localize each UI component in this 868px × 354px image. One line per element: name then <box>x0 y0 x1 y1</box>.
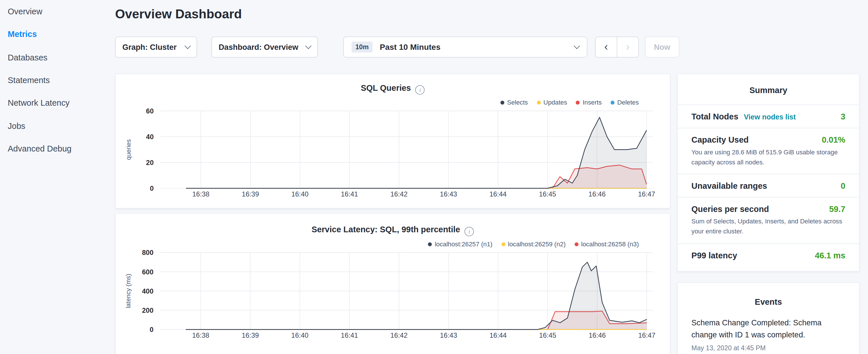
stat-label: Total Nodes <box>691 112 739 121</box>
svg-text:16:44: 16:44 <box>490 331 507 339</box>
stat-value: 3 <box>841 112 845 121</box>
svg-text:400: 400 <box>142 287 154 295</box>
chart-title: Service Latency: SQL, 99th percentilei <box>116 225 670 236</box>
time-back-button[interactable]: ‹ <box>595 36 617 57</box>
time-range-label: Past 10 Minutes <box>380 43 440 52</box>
sidebar-item-metrics[interactable]: Metrics <box>0 23 108 46</box>
legend-label: Updates <box>543 99 567 106</box>
svg-text:60: 60 <box>146 107 154 115</box>
graph-dropdown[interactable]: Graph: Cluster <box>115 36 197 57</box>
summary-row-total-nodes: Total Nodes View nodes list 3 <box>678 104 859 128</box>
chevron-down-icon <box>305 43 311 49</box>
summary-panel: Summary Total Nodes View nodes list 3 Ca… <box>677 74 860 272</box>
chevron-down-icon <box>185 43 191 49</box>
legend-item[interactable]: localhost:26258 (n3) <box>575 240 639 247</box>
svg-text:16:42: 16:42 <box>390 331 407 339</box>
svg-text:16:45: 16:45 <box>539 190 556 198</box>
svg-text:16:40: 16:40 <box>291 190 309 198</box>
sidebar-item-databases[interactable]: Databases <box>0 46 108 69</box>
chart-legend: SelectsUpdatesInsertsDeletes <box>500 99 639 106</box>
chevron-right-icon: › <box>626 40 629 52</box>
chart-legend: localhost:26257 (n1)localhost:26259 (n2)… <box>428 240 639 247</box>
sidebar-item-jobs[interactable]: Jobs <box>0 114 108 137</box>
legend-label: localhost:26257 (n1) <box>435 240 492 247</box>
legend-dot-icon <box>537 100 541 104</box>
svg-text:16:41: 16:41 <box>341 331 358 339</box>
events-title: Events <box>678 283 859 307</box>
summary-row-p99-latency: P99 latency 46.1 ms <box>678 243 859 266</box>
sidebar-item-advanced-debug[interactable]: Advanced Debug <box>0 137 108 160</box>
metrics-page: Overview Metrics Databases Statements Ne… <box>0 0 868 354</box>
svg-text:16:38: 16:38 <box>192 190 210 198</box>
legend-dot-icon <box>575 242 579 246</box>
graph-dropdown-label: Graph: Cluster <box>122 43 177 52</box>
stat-label: Capacity Used <box>691 135 749 144</box>
view-nodes-link[interactable]: View nodes list <box>744 113 796 121</box>
stat-value: 59.7 <box>829 204 845 214</box>
legend-item[interactable]: Updates <box>537 99 567 106</box>
svg-text:800: 800 <box>142 249 154 256</box>
stat-value: 0.01% <box>822 135 845 144</box>
svg-text:16:43: 16:43 <box>440 190 457 198</box>
service-latency-chart-card: Service Latency: SQL, 99th percentilei l… <box>115 213 671 354</box>
chevron-down-icon <box>574 43 580 49</box>
svg-text:20: 20 <box>146 159 154 166</box>
stat-value: 0 <box>841 181 845 190</box>
stat-description: You are using 28.6 MiB of 515.9 GiB usab… <box>691 147 845 167</box>
legend-dot-icon <box>428 242 432 246</box>
svg-text:16:40: 16:40 <box>291 331 308 339</box>
info-icon[interactable]: i <box>415 85 425 95</box>
sidebar-item-statements[interactable]: Statements <box>0 68 108 91</box>
svg-text:16:47: 16:47 <box>638 190 655 198</box>
svg-text:16:43: 16:43 <box>440 331 457 339</box>
now-button[interactable]: Now <box>645 36 679 57</box>
legend-dot-icon <box>500 100 504 104</box>
summary-row-capacity-used: Capacity Used 0.01% You are using 28.6 M… <box>678 128 859 174</box>
summary-row-unavailable-ranges: Unavailable ranges 0 <box>678 174 859 197</box>
sidebar-item-network-latency[interactable]: Network Latency <box>0 91 108 114</box>
time-range-picker[interactable]: 10m Past 10 Minutes <box>343 36 587 57</box>
legend-item[interactable]: Selects <box>500 99 528 106</box>
legend-label: Inserts <box>583 99 602 106</box>
svg-text:16:38: 16:38 <box>192 331 209 339</box>
svg-text:16:39: 16:39 <box>242 331 259 339</box>
svg-text:16:47: 16:47 <box>638 331 655 339</box>
page-title: Overview Dashboard <box>115 7 242 22</box>
svg-text:0: 0 <box>150 326 153 333</box>
sidebar: Overview Metrics Databases Statements Ne… <box>0 0 108 160</box>
time-forward-button[interactable]: › <box>617 36 639 57</box>
legend-label: Deletes <box>617 99 639 106</box>
svg-text:16:39: 16:39 <box>242 190 259 198</box>
event-timestamp: May 13, 2020 at 4:45 PM <box>678 344 859 352</box>
legend-item[interactable]: Inserts <box>576 99 602 106</box>
svg-text:200: 200 <box>142 307 154 314</box>
time-step-buttons: ‹ › <box>595 36 639 57</box>
legend-label: localhost:26259 (n2) <box>508 240 566 247</box>
svg-text:0: 0 <box>150 185 154 192</box>
svg-text:16:44: 16:44 <box>490 190 507 198</box>
svg-text:16:45: 16:45 <box>539 331 556 339</box>
time-range-badge: 10m <box>351 41 373 53</box>
legend-label: localhost:26258 (n3) <box>581 240 639 247</box>
legend-dot-icon <box>501 242 505 246</box>
legend-item[interactable]: localhost:26259 (n2) <box>501 240 566 247</box>
svg-text:latency (ms): latency (ms) <box>125 274 132 308</box>
sidebar-item-overview[interactable]: Overview <box>0 0 108 23</box>
svg-text:16:46: 16:46 <box>589 331 606 339</box>
summary-row-queries-per-second: Queries per second 59.7 Sum of Selects, … <box>678 197 859 243</box>
legend-dot-icon <box>576 100 580 104</box>
legend-item[interactable]: Deletes <box>611 99 639 106</box>
stat-value: 46.1 ms <box>815 250 845 260</box>
event-message: Schema Change Completed: Schema change w… <box>678 317 859 341</box>
info-icon[interactable]: i <box>465 227 474 236</box>
chart-title: SQL Queriesi <box>116 83 670 95</box>
svg-text:16:41: 16:41 <box>341 190 358 198</box>
dashboard-dropdown[interactable]: Dashboard: Overview <box>212 36 318 57</box>
svg-text:40: 40 <box>146 133 154 141</box>
stat-description: Sum of Selects, Updates, Inserts, and De… <box>691 217 845 236</box>
chart-title-text: SQL Queries <box>361 83 411 93</box>
legend-label: Selects <box>507 99 528 106</box>
legend-item[interactable]: localhost:26257 (n1) <box>428 240 493 247</box>
stat-label: Queries per second <box>691 204 769 214</box>
chevron-left-icon: ‹ <box>604 40 608 52</box>
